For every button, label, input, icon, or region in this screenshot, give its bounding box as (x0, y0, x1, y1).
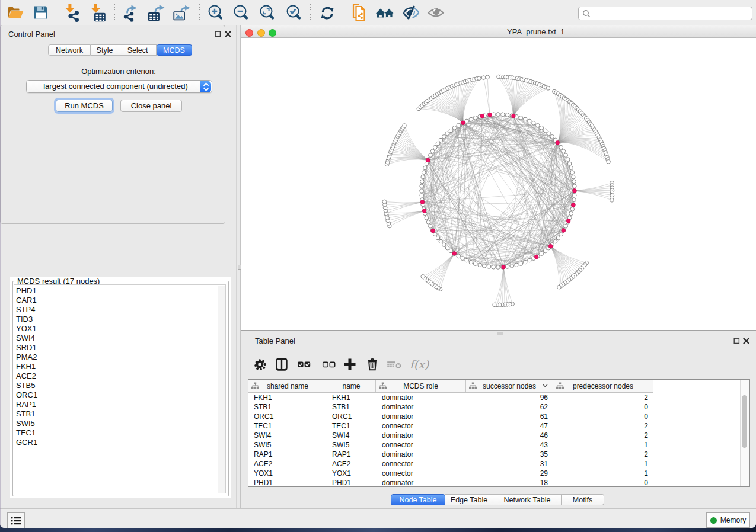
cell-successor-nodes[interactable]: 62 (466, 402, 548, 412)
mcds-result-item[interactable]: YOX1 (16, 324, 37, 334)
cell-mcds-role[interactable]: dominator (382, 412, 413, 421)
column-header-MCDS-role[interactable]: MCDS role (376, 380, 466, 392)
mcds-result-item[interactable]: CAR1 (16, 296, 37, 305)
column-header-successor-nodes[interactable]: successor nodes (466, 380, 553, 392)
tab-style[interactable]: Style (91, 44, 119, 56)
add-column-button[interactable] (340, 351, 360, 378)
export-network-button[interactable] (122, 3, 141, 22)
mcds-result-item[interactable]: ORC1 (16, 390, 37, 400)
table-scrollbar-thumb[interactable] (742, 395, 747, 448)
export-image-button[interactable] (171, 3, 190, 22)
mcds-result-item[interactable]: PHD1 (16, 286, 37, 296)
function-builder-button[interactable]: f(x) (407, 351, 432, 378)
table-settings-button[interactable] (250, 351, 270, 378)
tab-mcds[interactable]: MCDS (157, 44, 192, 56)
cell-successor-nodes[interactable]: 18 (466, 478, 548, 488)
mcds-result-item[interactable]: TID3 (16, 315, 37, 324)
hide-selected-button[interactable] (401, 3, 420, 22)
cell-predecessor-nodes[interactable]: 0 (553, 402, 648, 412)
tab-network-table[interactable]: Network Table (493, 494, 562, 505)
mcds-result-item[interactable]: STB1 (16, 409, 37, 419)
cell-predecessor-nodes[interactable]: 0 (553, 478, 648, 488)
cell-shared-name[interactable]: SWI5 (254, 440, 271, 450)
cell-predecessor-nodes[interactable]: 2 (553, 421, 648, 431)
cell-predecessor-nodes[interactable]: 1 (553, 440, 648, 450)
show-all-button[interactable] (426, 3, 445, 22)
first-neighbors-button[interactable] (375, 3, 394, 22)
mcds-result-item[interactable]: PMA2 (16, 352, 37, 362)
cell-predecessor-nodes[interactable]: 2 (553, 450, 648, 459)
criterion-dropdown[interactable]: largest connected component (undirected) (26, 80, 212, 93)
cell-successor-nodes[interactable]: 46 (466, 431, 548, 440)
cell-successor-nodes[interactable]: 61 (466, 412, 548, 421)
show-columns-button[interactable] (272, 351, 292, 378)
network-window-titlebar[interactable]: YPA_prune.txt_1 (241, 25, 756, 38)
column-header-shared-name[interactable]: shared name (248, 380, 327, 392)
cell-shared-name[interactable]: ORC1 (254, 412, 273, 421)
mcds-result-item[interactable]: FKH1 (16, 362, 37, 371)
cell-name[interactable]: YOX1 (332, 469, 351, 478)
cell-mcds-role[interactable]: connector (382, 469, 413, 478)
close-panel-button[interactable]: Close panel (120, 100, 182, 112)
mcds-result-item[interactable]: SWI5 (16, 419, 37, 428)
cell-name[interactable]: PHD1 (332, 478, 351, 488)
cell-name[interactable]: FKH1 (332, 393, 350, 402)
cell-predecessor-nodes[interactable]: 2 (553, 393, 648, 402)
tab-node-table[interactable]: Node Table (391, 494, 445, 505)
mcds-result-item[interactable]: RAP1 (16, 400, 37, 409)
tab-edge-table[interactable]: Edge Table (445, 494, 493, 505)
cell-mcds-role[interactable]: dominator (382, 431, 413, 440)
zoom-out-button[interactable] (231, 3, 250, 22)
mcds-result-item[interactable]: SRD1 (16, 343, 37, 352)
cell-shared-name[interactable]: STB1 (254, 402, 272, 412)
cell-predecessor-nodes[interactable]: 2 (553, 431, 648, 440)
cell-predecessor-nodes[interactable]: 1 (553, 469, 648, 478)
minimize-window-button[interactable] (257, 29, 265, 37)
tab-network[interactable]: Network (48, 44, 91, 56)
cell-predecessor-nodes[interactable]: 1 (553, 459, 648, 469)
vertical-splitter[interactable] (236, 25, 241, 508)
zoom-in-button[interactable] (206, 3, 225, 22)
save-session-button[interactable] (31, 3, 50, 22)
column-header-name[interactable]: name (327, 380, 376, 392)
import-network-button[interactable] (63, 3, 82, 22)
new-network-from-selection-button[interactable] (350, 3, 369, 22)
mcds-result-item[interactable]: SWI4 (16, 334, 37, 343)
cell-name[interactable]: ORC1 (332, 412, 352, 421)
cell-shared-name[interactable]: YOX1 (254, 469, 273, 478)
deselect-all-button[interactable] (319, 351, 339, 378)
cell-name[interactable]: STB1 (332, 402, 350, 412)
cell-shared-name[interactable]: RAP1 (254, 450, 272, 459)
cell-name[interactable]: TEC1 (332, 421, 350, 431)
node-table[interactable]: shared namenameMCDS rolesuccessor nodesp… (248, 379, 750, 487)
zoom-selected-button[interactable] (284, 3, 303, 22)
close-window-button[interactable] (245, 29, 253, 37)
cell-mcds-role[interactable]: dominator (382, 450, 413, 459)
tab-select[interactable]: Select (119, 44, 157, 56)
cell-shared-name[interactable]: ACE2 (254, 459, 272, 469)
cell-predecessor-nodes[interactable]: 0 (553, 412, 648, 421)
cell-mcds-role[interactable]: dominator (382, 393, 413, 402)
cell-name[interactable]: SWI5 (332, 440, 349, 450)
float-window-icon[interactable] (215, 31, 221, 37)
cell-successor-nodes[interactable]: 31 (466, 459, 548, 469)
maximize-window-button[interactable] (269, 29, 276, 37)
export-table-button[interactable] (146, 3, 165, 22)
refresh-button[interactable] (318, 3, 337, 22)
zoom-fit-button[interactable] (257, 3, 276, 22)
mcds-result-item[interactable]: TEC1 (16, 428, 37, 438)
mcds-result-item[interactable]: GCR1 (16, 438, 37, 447)
cell-mcds-role[interactable]: connector (382, 459, 413, 469)
cell-successor-nodes[interactable]: 43 (466, 440, 548, 450)
mcds-result-item[interactable]: STP4 (16, 305, 37, 315)
cell-shared-name[interactable]: FKH1 (254, 393, 272, 402)
horizontal-splitter[interactable] (241, 331, 756, 335)
cell-successor-nodes[interactable]: 29 (466, 469, 548, 478)
cell-successor-nodes[interactable]: 47 (466, 421, 548, 431)
network-canvas[interactable] (241, 38, 756, 331)
cell-successor-nodes[interactable]: 96 (466, 393, 548, 402)
open-file-button[interactable] (6, 3, 25, 22)
cell-shared-name[interactable]: SWI4 (254, 431, 271, 440)
cell-mcds-role[interactable]: dominator (382, 402, 413, 412)
delete-column-button[interactable] (362, 351, 382, 378)
